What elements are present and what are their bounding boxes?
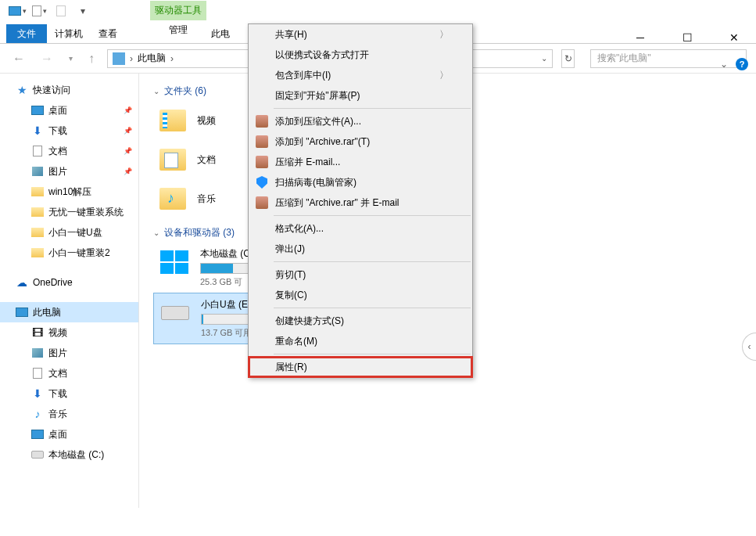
ctx-properties[interactable]: 属性(R) bbox=[249, 357, 472, 377]
drive-tools-title: 驱动器工具 bbox=[150, 1, 206, 20]
ctx-label: 包含到库中(I) bbox=[275, 69, 331, 82]
folder-icon bbox=[31, 246, 44, 259]
sidebar-item-label: win10解压 bbox=[48, 185, 91, 199]
sidebar-item-documents[interactable]: 文档📌 bbox=[0, 141, 138, 161]
forward-button[interactable]: → bbox=[38, 52, 56, 66]
sidebar-item-downloads[interactable]: ⬇下载 bbox=[0, 383, 138, 404]
ctx-pin-start[interactable]: 固定到"开始"屏幕(P) bbox=[249, 85, 472, 106]
cloud-icon: ☁ bbox=[16, 276, 28, 289]
video-icon: 🎞 bbox=[31, 326, 44, 339]
rar-icon bbox=[255, 135, 269, 149]
sidebar-item-local-disk[interactable]: 本地磁盘 (C:) bbox=[0, 444, 138, 465]
sidebar-item-label: 文档 bbox=[48, 367, 67, 380]
sidebar-item-folder[interactable]: 无忧一键重装系统 bbox=[0, 202, 138, 222]
properties-icon[interactable]: ▾ bbox=[28, 2, 50, 20]
drive-tools-contextual: 驱动器工具 管理 bbox=[150, 1, 206, 40]
sidebar-item-music[interactable]: ♪音乐 bbox=[0, 404, 138, 424]
computer-tab[interactable]: 计算机 bbox=[47, 24, 91, 43]
sidebar-item-label: 桌面 bbox=[48, 428, 67, 441]
sidebar-item-pictures[interactable]: 图片 bbox=[0, 343, 138, 363]
separator bbox=[274, 215, 471, 216]
ctx-add-archive[interactable]: 添加到压缩文件(A)... bbox=[249, 111, 472, 131]
expand-ribbon-icon[interactable]: ⌄ bbox=[720, 59, 728, 70]
drive-icon bbox=[31, 448, 44, 461]
sidebar-item-pictures[interactable]: 图片📌 bbox=[0, 161, 138, 182]
folder-icon bbox=[31, 226, 44, 239]
pc-icon bbox=[16, 306, 28, 318]
sidebar-item-desktop[interactable]: 桌面 bbox=[0, 424, 138, 444]
close-button[interactable]: ✕ bbox=[718, 28, 750, 47]
folder-icon bbox=[158, 106, 188, 135]
sidebar-item-documents[interactable]: 文档 bbox=[0, 363, 138, 383]
ctx-portable[interactable]: 以便携式设备方式打开 bbox=[249, 45, 472, 65]
ctx-format[interactable]: 格式化(A)... bbox=[249, 218, 472, 239]
refresh-button[interactable]: ↻ bbox=[561, 49, 575, 68]
context-menu: 共享(H)〉 以便携式设备方式打开 包含到库中(I)〉 固定到"开始"屏幕(P)… bbox=[248, 23, 473, 378]
view-tab[interactable]: 查看 bbox=[91, 24, 125, 43]
sidebar-item-label: OneDrive bbox=[33, 277, 73, 288]
sidebar-item-label: 本地磁盘 (C:) bbox=[48, 448, 104, 462]
ctx-rename[interactable]: 重命名(M) bbox=[249, 331, 472, 351]
sidebar-quick-access[interactable]: ★快速访问 bbox=[0, 80, 138, 100]
sidebar-item-folder[interactable]: 小白一键U盘 bbox=[0, 222, 138, 243]
ctx-label: 格式化(A)... bbox=[275, 222, 324, 236]
sidebar-item-folder[interactable]: 小白一键重装2 bbox=[0, 243, 138, 263]
ctx-add-rar[interactable]: 添加到 "Archive.rar"(T) bbox=[249, 131, 472, 152]
ctx-include-library[interactable]: 包含到库中(I)〉 bbox=[249, 65, 472, 85]
back-button[interactable]: ← bbox=[9, 52, 28, 66]
ctx-eject[interactable]: 弹出(J) bbox=[249, 239, 472, 259]
ctx-label: 固定到"开始"屏幕(P) bbox=[275, 89, 360, 103]
ctx-create-shortcut[interactable]: 创建快捷方式(S) bbox=[249, 311, 472, 331]
sidebar-item-label: 此电脑 bbox=[33, 306, 61, 319]
manage-tab[interactable]: 管理 bbox=[150, 20, 206, 40]
sidebar-item-label: 视频 bbox=[48, 326, 67, 340]
folder-icon bbox=[31, 185, 44, 198]
minimize-button[interactable]: ─ bbox=[625, 28, 656, 47]
breadcrumb-location[interactable]: 此电脑 bbox=[138, 52, 166, 65]
sidebar-item-label: 小白一键U盘 bbox=[48, 226, 102, 239]
chevron-down-icon: ⌄ bbox=[153, 228, 159, 237]
pc-icon[interactable]: ▾ bbox=[6, 2, 28, 20]
ctx-label: 以便携式设备方式打开 bbox=[275, 49, 369, 62]
maximize-button[interactable]: ☐ bbox=[672, 28, 703, 47]
ctx-scan-virus[interactable]: 扫描病毒(电脑管家) bbox=[249, 172, 472, 192]
qat-dropdown-icon[interactable]: ▾ bbox=[72, 2, 94, 20]
separator bbox=[274, 261, 471, 262]
sidebar-item-videos[interactable]: 🎞视频 bbox=[0, 322, 138, 343]
window-controls: ─ ☐ ✕ bbox=[625, 28, 750, 47]
sidebar-item-desktop[interactable]: 桌面📌 bbox=[0, 100, 138, 121]
chevron-right-icon: › bbox=[130, 53, 133, 64]
download-icon: ⬇ bbox=[31, 124, 44, 137]
ctx-zip-rar-email[interactable]: 压缩到 "Archive.rar" 并 E-mail bbox=[249, 192, 472, 213]
thispc-truncated: 此电 bbox=[203, 24, 238, 43]
recent-dropdown-icon[interactable]: ▾ bbox=[66, 54, 76, 63]
rar-icon bbox=[255, 114, 269, 128]
pin-icon: 📌 bbox=[124, 106, 132, 114]
submenu-arrow-icon: 〉 bbox=[439, 28, 449, 41]
pin-icon: 📌 bbox=[124, 167, 132, 175]
sidebar-this-pc[interactable]: 此电脑 bbox=[0, 302, 138, 322]
ctx-cut[interactable]: 剪切(T) bbox=[249, 264, 472, 285]
rar-icon bbox=[255, 155, 269, 169]
pin-icon: 📌 bbox=[124, 127, 132, 135]
document-icon bbox=[31, 367, 44, 380]
sidebar-item-downloads[interactable]: ⬇下载📌 bbox=[0, 121, 138, 141]
sidebar: ★快速访问 桌面📌 ⬇下载📌 文档📌 图片📌 win10解压 无忧一键重装系统 … bbox=[0, 74, 139, 508]
ctx-label: 添加到 "Archive.rar"(T) bbox=[275, 135, 370, 149]
ribbon-help: ⌄ ? bbox=[720, 58, 748, 70]
help-icon[interactable]: ? bbox=[736, 58, 748, 70]
ctx-label: 压缩到 "Archive.rar" 并 E-mail bbox=[275, 196, 399, 210]
ctx-copy[interactable]: 复制(C) bbox=[249, 285, 472, 305]
breadcrumb-dropdown-icon[interactable]: ⌄ bbox=[541, 54, 547, 63]
new-folder-icon[interactable] bbox=[50, 2, 72, 20]
sidebar-item-label: 音乐 bbox=[48, 408, 67, 421]
sidebar-item-folder[interactable]: win10解压 bbox=[0, 182, 138, 202]
separator bbox=[274, 108, 471, 109]
chevron-right-icon[interactable]: › bbox=[170, 53, 174, 64]
ctx-zip-email[interactable]: 压缩并 E-mail... bbox=[249, 152, 472, 172]
up-button[interactable]: ↑ bbox=[85, 52, 98, 66]
file-tab[interactable]: 文件 bbox=[6, 24, 47, 43]
pc-icon bbox=[113, 52, 125, 65]
sidebar-onedrive[interactable]: ☁OneDrive bbox=[0, 272, 138, 293]
ctx-share[interactable]: 共享(H)〉 bbox=[249, 24, 472, 45]
